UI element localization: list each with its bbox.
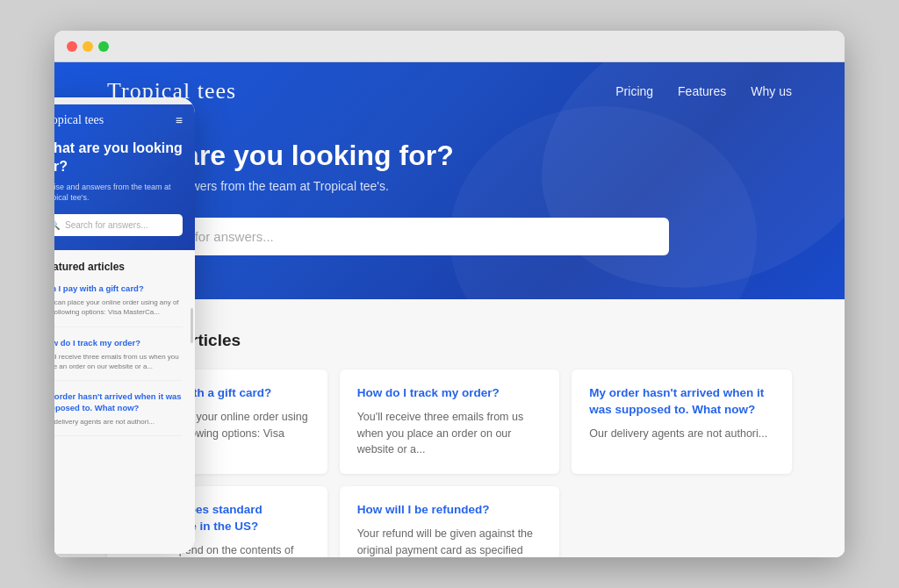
- dot-minimize[interactable]: [83, 41, 93, 52]
- mobile-overlay: Tropical tees ≡ What are you looking for…: [54, 97, 195, 554]
- mobile-hero: Tropical tees ≡ What are you looking for…: [54, 104, 195, 250]
- dot-maximize[interactable]: [98, 41, 109, 52]
- article-card[interactable]: How do I track my order? You'll receive …: [340, 369, 560, 474]
- mobile-article[interactable]: My order hasn't arrived when it was supp…: [54, 391, 183, 436]
- mobile-search-bar[interactable]: 🔍 Search for answers...: [54, 214, 183, 236]
- browser-window: Tropical tees Pricing Features Why us Wh…: [54, 31, 845, 557]
- dot-close[interactable]: [67, 41, 77, 52]
- hero-subtitle: Advise and answers from the team at Trop…: [107, 179, 792, 193]
- mobile-article-title[interactable]: Can I pay with a gift card?: [54, 283, 183, 294]
- browser-body: Tropical tees Pricing Features Why us Wh…: [54, 62, 845, 557]
- mobile-logo: Tropical tees: [54, 113, 104, 127]
- mobile-hero-subtitle: Advise and answers from the team at Trop…: [54, 182, 183, 204]
- article-excerpt: Our delivery agents are not authori...: [589, 426, 774, 442]
- mobile-search-placeholder: Search for answers...: [65, 220, 147, 230]
- mobile-article-excerpt: You can place your online order using an…: [54, 298, 183, 317]
- mobile-article[interactable]: How do I track my order? You'll receive …: [54, 338, 183, 382]
- mobile-notch: [54, 97, 195, 104]
- mobile-article[interactable]: Can I pay with a gift card? You can plac…: [54, 283, 183, 327]
- article-title[interactable]: My order hasn't arrived when it was supp…: [589, 385, 774, 419]
- article-title[interactable]: How will I be refunded?: [357, 502, 543, 519]
- mobile-article-title[interactable]: How do I track my order?: [54, 338, 183, 348]
- nav-features[interactable]: Features: [678, 84, 726, 98]
- mobile-hero-title: What are you looking for?: [54, 140, 183, 176]
- article-card[interactable]: How will I be refunded? Your refund will…: [340, 486, 560, 557]
- hamburger-icon[interactable]: ≡: [176, 113, 183, 127]
- mobile-search-icon: 🔍: [54, 220, 60, 230]
- featured-articles-title: Featured articles: [107, 331, 792, 350]
- mobile-nav: Tropical tees ≡: [54, 113, 183, 127]
- mobile-article-excerpt: Our delivery agents are not authori...: [54, 417, 183, 427]
- article-card[interactable]: My order hasn't arrived when it was supp…: [572, 369, 792, 474]
- nav-links: Pricing Features Why us: [615, 84, 792, 98]
- article-title[interactable]: How do I track my order?: [357, 385, 543, 402]
- browser-chrome: [54, 31, 845, 62]
- mobile-featured-title: Featured articles: [54, 261, 183, 273]
- nav-why-us[interactable]: Why us: [751, 84, 792, 98]
- mobile-article-excerpt: You'll receive three emails from us when…: [54, 352, 183, 371]
- hero-title: What are you looking for?: [107, 140, 792, 172]
- article-excerpt: Your refund will be given against the or…: [357, 526, 543, 557]
- nav-pricing[interactable]: Pricing: [615, 84, 653, 98]
- browser-dots: [67, 41, 109, 52]
- mobile-body: Featured articles Can I pay with a gift …: [54, 250, 195, 554]
- mobile-article-title[interactable]: My order hasn't arrived when it was supp…: [54, 391, 183, 413]
- mobile-scrollbar[interactable]: [191, 308, 193, 343]
- articles-grid: Can I pay with a gift card? You can plac…: [107, 369, 792, 557]
- article-excerpt: You'll receive three emails from us when…: [357, 409, 543, 458]
